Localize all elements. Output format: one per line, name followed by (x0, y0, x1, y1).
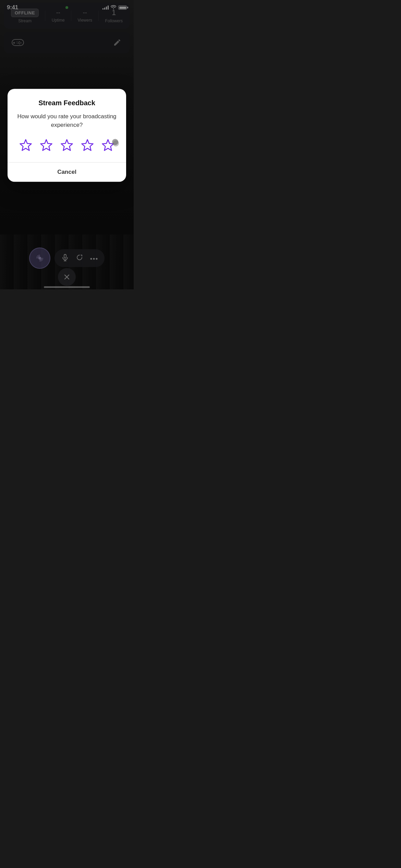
star-4[interactable] (79, 138, 96, 154)
stream-feedback-modal: Stream Feedback How would you rate your … (8, 89, 126, 182)
app-screen: 9:41 OFFLINE Stream (0, 0, 134, 289)
star-3[interactable] (59, 138, 75, 154)
modal-title: Stream Feedback (16, 99, 118, 107)
star-5[interactable] (100, 138, 116, 154)
modal-body: How would you rate your broadcasting exp… (16, 112, 118, 129)
cancel-button[interactable]: Cancel (8, 163, 126, 182)
star-rating[interactable] (16, 138, 118, 154)
home-indicator (44, 286, 90, 288)
star-2[interactable] (38, 138, 54, 154)
star-1[interactable] (17, 138, 34, 154)
